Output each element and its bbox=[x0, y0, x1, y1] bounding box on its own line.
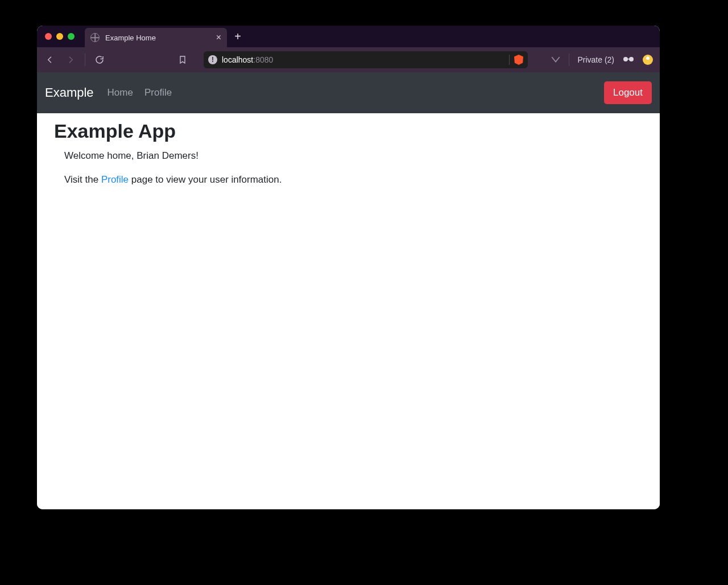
site-info-icon[interactable]: ! bbox=[208, 55, 217, 64]
close-window-button[interactable] bbox=[45, 33, 52, 40]
forward-button[interactable] bbox=[64, 53, 77, 66]
tab-strip: Example Home × + bbox=[37, 26, 660, 47]
reload-button[interactable] bbox=[93, 53, 106, 66]
tab-title: Example Home bbox=[105, 34, 210, 42]
logout-button[interactable]: Logout bbox=[604, 81, 652, 104]
toolbar-right: Private (2) bbox=[551, 53, 653, 66]
globe-icon bbox=[90, 33, 100, 42]
nav-profile[interactable]: Profile bbox=[144, 87, 172, 98]
browser-toolbar: ! localhost:8080 Private (2) bbox=[37, 47, 660, 72]
maximize-window-button[interactable] bbox=[68, 33, 75, 40]
app-navbar: Example Home Profile Logout bbox=[37, 72, 660, 113]
incognito-icon bbox=[622, 55, 635, 64]
bookmark-button[interactable] bbox=[176, 53, 189, 66]
page-title: Example App bbox=[54, 120, 643, 142]
toolbar-divider bbox=[569, 53, 569, 66]
url-host: localhost:8080 bbox=[222, 55, 273, 64]
private-window-label: Private (2) bbox=[577, 55, 614, 64]
new-tab-button[interactable]: + bbox=[229, 28, 246, 45]
page-content: Example App Welcome home, Brian Demers! … bbox=[37, 113, 660, 509]
browser-tab[interactable]: Example Home × bbox=[85, 28, 227, 47]
minimize-window-button[interactable] bbox=[56, 33, 63, 40]
svg-point-0 bbox=[623, 57, 628, 61]
browser-window: Example Home × + ! localhost:8080 bbox=[37, 26, 660, 509]
svg-point-1 bbox=[629, 57, 634, 61]
close-tab-button[interactable]: × bbox=[216, 33, 221, 42]
brand[interactable]: Example bbox=[45, 85, 94, 100]
nav-home[interactable]: Home bbox=[107, 87, 133, 98]
addressbar-divider bbox=[509, 55, 510, 65]
back-button[interactable] bbox=[44, 53, 56, 66]
brave-shields-icon[interactable] bbox=[514, 55, 523, 65]
toolbar-divider bbox=[85, 53, 85, 66]
address-bar[interactable]: ! localhost:8080 bbox=[204, 51, 528, 68]
svg-rect-2 bbox=[627, 59, 630, 60]
vpn-icon[interactable] bbox=[551, 54, 561, 66]
profile-link[interactable]: Profile bbox=[101, 174, 129, 185]
profile-prompt: Visit the Profile page to view your user… bbox=[64, 174, 643, 186]
welcome-text: Welcome home, Brian Demers! bbox=[64, 150, 643, 162]
window-controls bbox=[45, 33, 75, 40]
profile-avatar[interactable] bbox=[643, 55, 653, 65]
